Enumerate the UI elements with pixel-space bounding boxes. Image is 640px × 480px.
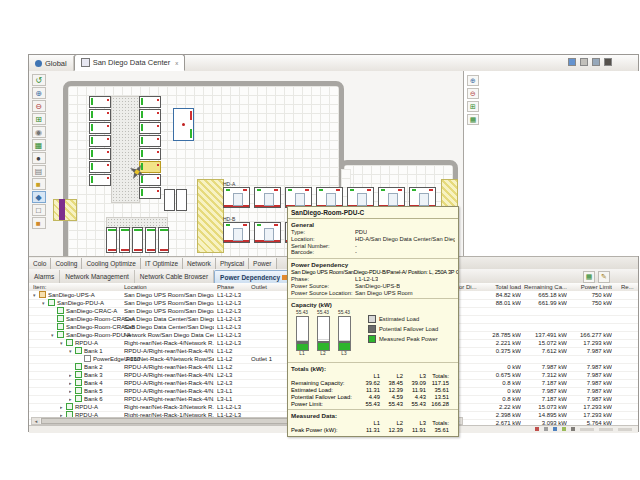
status-bar-icon[interactable] <box>562 427 566 431</box>
tooltip-table-value: 12.39 <box>380 427 403 434</box>
panel-tab-alarms[interactable]: Alarms <box>29 270 60 283</box>
cabinet[interactable] <box>164 189 175 211</box>
rack[interactable] <box>89 135 111 147</box>
column-header-phase[interactable]: Phase <box>217 284 249 290</box>
cabinet[interactable] <box>176 189 187 211</box>
rack[interactable] <box>145 227 156 253</box>
column-header-remaining[interactable]: Remaining Ca... <box>523 284 567 290</box>
grid-view-icon[interactable]: ▦ <box>467 114 479 125</box>
layer-tab-cooling[interactable]: Cooling <box>51 258 82 270</box>
column-header-outlet[interactable]: Outlet <box>251 284 287 290</box>
new-page-icon[interactable]: □ <box>32 204 46 216</box>
perspective-icon[interactable] <box>604 58 612 66</box>
column-header-re[interactable]: Re... <box>621 284 637 290</box>
editor-tab-global[interactable]: Global <box>29 56 74 71</box>
status-bar-icon[interactable] <box>535 427 539 431</box>
compass-center <box>134 169 139 174</box>
rack-status-green <box>141 163 143 170</box>
zoom-in-icon[interactable]: ⊕ <box>32 87 46 99</box>
rack[interactable] <box>223 222 250 243</box>
table-view-icon[interactable]: ▦ <box>583 271 595 283</box>
rack-status-green <box>257 189 261 191</box>
rack[interactable] <box>106 227 117 253</box>
rack[interactable] <box>378 187 405 208</box>
rack[interactable] <box>223 187 250 208</box>
panel-tab-power-dependency[interactable]: Power Dependency <box>214 270 293 283</box>
rack[interactable] <box>89 174 111 186</box>
power-panel[interactable] <box>173 108 194 141</box>
column-header-total[interactable]: Total load <box>479 284 521 290</box>
panel-tab-network-management[interactable]: Network Management <box>60 270 135 283</box>
rack[interactable] <box>139 96 161 108</box>
rack-door <box>264 193 274 206</box>
rack[interactable] <box>89 148 111 160</box>
rack[interactable] <box>158 227 169 253</box>
rack[interactable] <box>139 122 161 134</box>
rack[interactable] <box>89 161 111 173</box>
rack[interactable] <box>89 122 111 134</box>
column-header-location[interactable]: Location <box>124 284 214 290</box>
fit-page-icon[interactable]: ⊞ <box>467 101 479 112</box>
window-controls <box>568 58 612 66</box>
power-view-icon[interactable]: ● <box>32 152 46 164</box>
editor-tab-san-diego-data-center[interactable]: San Diego Data Centerx <box>74 54 186 71</box>
status-text-placeholder <box>599 428 613 431</box>
layers-icon[interactable]: ■ <box>32 217 46 229</box>
view-menu-icon[interactable] <box>592 58 600 66</box>
rack[interactable] <box>254 222 281 243</box>
scroll-left-arrow-icon[interactable]: ◂ <box>32 418 40 424</box>
zoom-out-icon[interactable]: ⊖ <box>467 88 479 99</box>
rack[interactable] <box>139 174 161 186</box>
rack[interactable] <box>132 227 143 253</box>
rack[interactable] <box>285 187 312 208</box>
layer-tab-physical[interactable]: Physical <box>216 258 249 270</box>
maximize-view-icon[interactable] <box>580 58 588 66</box>
zoom-out-icon[interactable]: ⊖ <box>32 100 46 112</box>
rack[interactable] <box>316 187 343 208</box>
measured-peak-segment <box>297 344 308 351</box>
close-tab-icon[interactable]: x <box>175 60 178 66</box>
status-bar-icon[interactable] <box>553 427 557 431</box>
layer-tab-network[interactable]: Network <box>183 258 216 270</box>
tooltip-field: Phase:L1-L2-L3 <box>288 276 458 283</box>
pan-icon[interactable]: ↺ <box>32 74 46 86</box>
rack[interactable] <box>89 96 111 108</box>
layer-tab-it-optimize[interactable]: IT Optimize <box>141 258 183 270</box>
rack[interactable] <box>139 187 161 199</box>
equipment-icon <box>75 363 82 370</box>
column-header-limit[interactable]: Power Limit <box>569 284 612 290</box>
rack[interactable] <box>347 187 374 208</box>
rack[interactable] <box>139 109 161 121</box>
layout-grid-icon[interactable]: ▦ <box>32 139 46 151</box>
tooltip-table-row: L1L2L3Totals: <box>291 373 455 380</box>
power-dependency-path: San Diego UPS Room/SanDiego-PDU-B/Panel-… <box>288 269 458 276</box>
layer-tab-colo[interactable]: Colo <box>29 258 51 270</box>
minimize-view-icon[interactable] <box>568 58 576 66</box>
layer-tab-cooling-optimize[interactable]: Cooling Optimize <box>82 258 141 270</box>
edit-icon[interactable]: ✎ <box>598 271 610 283</box>
column-header-item[interactable]: Item: <box>33 284 121 290</box>
zoom-in-icon[interactable]: ⊕ <box>467 75 479 86</box>
status-bar-icon[interactable] <box>571 427 575 431</box>
rack-status-green <box>91 124 93 131</box>
export-view-icon[interactable]: ▤ <box>32 165 46 177</box>
cell-remaining: 15.073 kW <box>523 403 567 411</box>
rack[interactable] <box>254 187 281 208</box>
panel-tab-network-cable-browser[interactable]: Network Cable Browser <box>135 270 214 283</box>
rack[interactable] <box>139 135 161 147</box>
overview-icon[interactable]: ◉ <box>32 126 46 138</box>
equipment-icon <box>75 379 82 386</box>
rack[interactable] <box>119 227 130 253</box>
status-bar-icon[interactable] <box>544 427 548 431</box>
fit-view-icon[interactable]: ⊞ <box>32 113 46 125</box>
lock-icon[interactable]: ■ <box>32 178 46 190</box>
capacity-gauges: Estimated LoadPotential Failover LoadMea… <box>294 310 458 360</box>
rack[interactable] <box>139 148 161 160</box>
status-text-placeholder <box>618 428 632 431</box>
select-tool-icon[interactable]: ◆ <box>32 191 46 203</box>
rack[interactable] <box>409 187 436 208</box>
layer-tab-power[interactable]: Power <box>249 258 276 270</box>
rack[interactable] <box>89 109 111 121</box>
rack[interactable] <box>139 161 161 173</box>
rack-status-green <box>226 224 230 226</box>
